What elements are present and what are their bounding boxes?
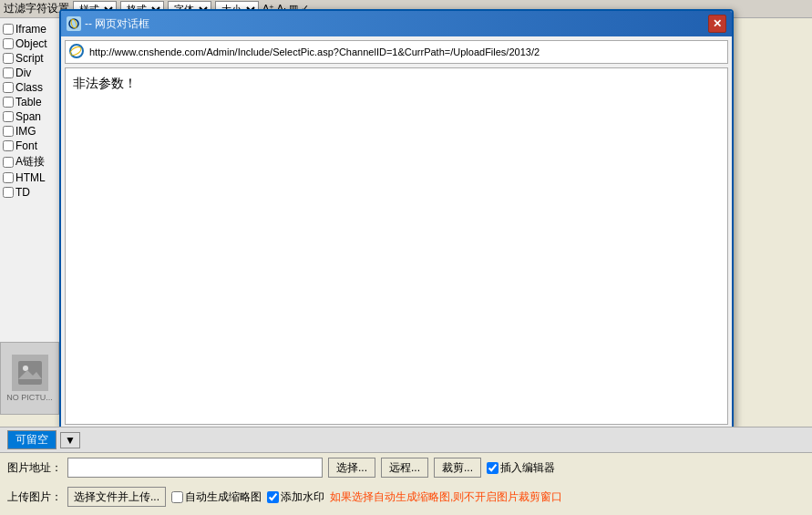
watermark-label: 添加水印: [281, 489, 324, 505]
ie-icon-ring: [68, 45, 83, 57]
watermark-checkbox[interactable]: [267, 491, 279, 503]
upload-row: 上传图片： 选择文件并上传... 自动生成缩略图 添加水印 如果选择自动生成缩略…: [0, 482, 812, 511]
checkbox-class[interactable]: [3, 82, 14, 93]
dialog-url-text: http://www.cnshende.com/Admin/Include/Se…: [89, 46, 540, 57]
checkbox-iframe[interactable]: [3, 24, 14, 35]
sidebar-item-font: Font: [3, 139, 58, 152]
checkbox-img[interactable]: [3, 126, 14, 137]
warning-text: 如果选择自动生成缩略图,则不开启图片裁剪窗口: [330, 489, 562, 505]
dialog-url-bar: http://www.cnshende.com/Admin/Include/Se…: [65, 40, 728, 64]
insert-editor-checkbox-group: 插入编辑器: [487, 460, 555, 476]
checkbox-label-object: Object: [15, 37, 47, 50]
no-pic-image: [12, 355, 48, 391]
no-picture-placeholder: NO PICTU...: [0, 342, 59, 415]
checkbox-label-table: Table: [15, 96, 42, 108]
dialog-window: -- 网页对话框 ✕ http://www.cnshende.com/Admin…: [59, 9, 734, 430]
checkbox-object[interactable]: [3, 38, 14, 49]
checkbox-label-td: TD: [15, 186, 30, 199]
sidebar-item-img: IMG: [3, 125, 58, 138]
checkbox-html[interactable]: [3, 172, 14, 183]
ie-icon-circle: [69, 44, 84, 58]
checkbox-label-img: IMG: [15, 125, 36, 138]
dialog-title-text: -- 网页对话框: [85, 16, 149, 32]
sidebar-item-div: Div: [3, 67, 58, 79]
checkbox-div[interactable]: [3, 67, 14, 78]
tab-item-1[interactable]: 可留空: [7, 430, 57, 449]
dialog-body: http://www.cnshende.com/Admin/Include/Se…: [61, 36, 732, 428]
svg-point-3: [69, 19, 78, 28]
checkbox-font[interactable]: [3, 140, 14, 151]
pic-address-input[interactable]: [67, 458, 323, 478]
watermark-group: 添加水印: [267, 489, 324, 505]
sidebar-item-class: Class: [3, 81, 58, 94]
checkbox-label-class: Class: [15, 81, 43, 94]
sidebar-item-object: Object: [3, 37, 58, 50]
dialog-icon: [67, 16, 81, 31]
tab-bar: 可留空 ▼: [7, 430, 80, 449]
pic-address-label: 图片地址：: [7, 460, 62, 476]
dialog-titlebar: -- 网页对话框 ✕: [61, 11, 732, 36]
insert-editor-label: 插入编辑器: [500, 460, 555, 476]
checkbox-table[interactable]: [3, 97, 14, 108]
sidebar-item-td: TD: [3, 186, 58, 199]
checkbox-label-font: Font: [15, 139, 37, 152]
checkbox-label-html: HTML: [15, 171, 46, 184]
checkbox-label-iframe: Iframe: [15, 23, 46, 36]
checkbox-td[interactable]: [3, 187, 14, 198]
filter-checkboxes: IframeObjectScriptDivClassTableSpanIMGFo…: [3, 23, 58, 199]
no-pic-label: NO PICTU...: [6, 393, 53, 402]
sidebar-item-alink: A链接: [3, 154, 58, 170]
select-button[interactable]: 选择...: [328, 458, 375, 478]
checkbox-alink[interactable]: [3, 157, 14, 168]
checkbox-label-alink: A链接: [15, 154, 45, 170]
sidebar-item-span: Span: [3, 110, 58, 123]
pic-address-row: 图片地址： 选择... 远程... 裁剪... 插入编辑器: [0, 453, 812, 482]
dialog-title-left: -- 网页对话框: [67, 16, 149, 32]
auto-thumb-checkbox[interactable]: [171, 491, 183, 503]
error-message: 非法参数！: [73, 76, 720, 92]
auto-thumb-group: 自动生成缩略图: [171, 489, 262, 505]
crop-button[interactable]: 裁剪...: [434, 458, 481, 478]
sidebar-item-script: Script: [3, 52, 58, 65]
checkbox-script[interactable]: [3, 53, 14, 64]
tab-row: 可留空 ▼: [0, 427, 812, 453]
upload-button[interactable]: 选择文件并上传...: [67, 487, 166, 507]
auto-thumb-label: 自动生成缩略图: [185, 489, 262, 505]
dialog-close-button[interactable]: ✕: [708, 15, 726, 33]
insert-editor-checkbox[interactable]: [487, 462, 499, 474]
checkbox-label-script: Script: [15, 52, 44, 65]
remote-button[interactable]: 远程...: [381, 458, 428, 478]
sidebar-item-html: HTML: [3, 171, 58, 184]
left-sidebar: IframeObjectScriptDivClassTableSpanIMGFo…: [0, 18, 62, 392]
sidebar-item-iframe: Iframe: [3, 23, 58, 36]
checkbox-label-span: Span: [15, 110, 41, 123]
sidebar-item-table: Table: [3, 96, 58, 108]
bottom-area: 可留空 ▼ 图片地址： 选择... 远程... 裁剪... 插入编辑器 上传图片…: [0, 427, 812, 515]
dialog-overlay: -- 网页对话框 ✕ http://www.cnshende.com/Admin…: [55, 0, 738, 438]
checkbox-span[interactable]: [3, 111, 14, 122]
tab-dropdown-btn[interactable]: ▼: [60, 432, 80, 448]
checkbox-label-div: Div: [15, 67, 31, 79]
upload-label: 上传图片：: [7, 489, 62, 505]
dialog-content-area: 非法参数！: [65, 67, 728, 425]
ie-icon: [69, 44, 86, 60]
